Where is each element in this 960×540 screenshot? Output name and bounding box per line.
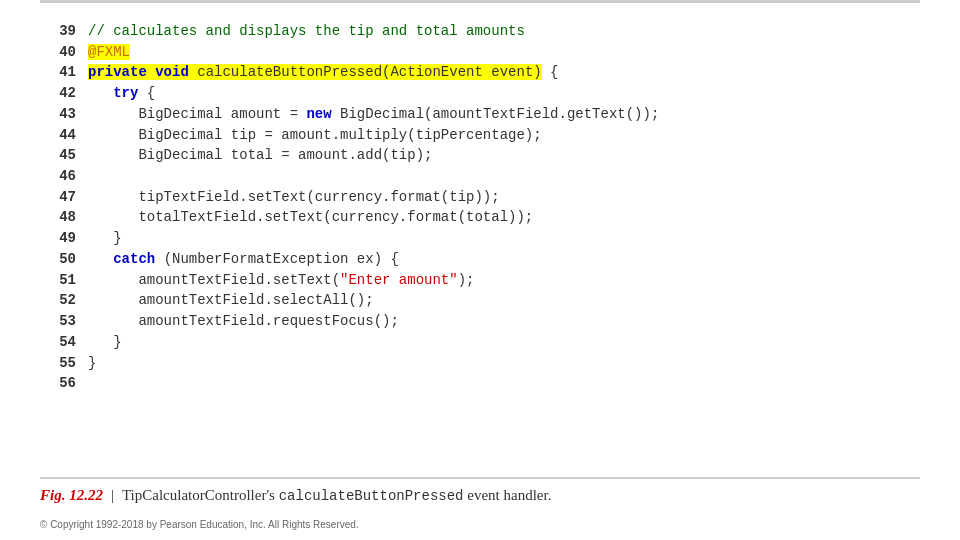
code-line-51: amountTextField.setText("Enter amount"); — [88, 270, 920, 291]
line-num-45: 45 — [40, 145, 76, 166]
code-line-40: @FXML — [88, 42, 920, 63]
line-num-42: 42 — [40, 83, 76, 104]
code-line-39: // calculates and displays the tip and t… — [88, 21, 920, 42]
line-num-56: 56 — [40, 373, 76, 394]
line-num-49: 49 — [40, 228, 76, 249]
code-line-56 — [88, 373, 920, 394]
line-num-50: 50 — [40, 249, 76, 270]
caption-after-text: event handler. — [464, 487, 552, 503]
fig-separator: | — [111, 487, 114, 504]
code-line-54: } — [88, 332, 920, 353]
code-line-55: } — [88, 353, 920, 374]
code-line-43: BigDecimal amount = new BigDecimal(amoun… — [88, 104, 920, 125]
line-numbers: 39 40 41 42 43 44 45 46 47 48 49 50 51 5… — [40, 21, 88, 467]
code-lines: // calculates and displays the tip and t… — [88, 21, 920, 467]
code-line-44: BigDecimal tip = amount.multiply(tipPerc… — [88, 125, 920, 146]
line-num-48: 48 — [40, 207, 76, 228]
line-num-55: 55 — [40, 353, 76, 374]
page: 39 40 41 42 43 44 45 46 47 48 49 50 51 5… — [0, 0, 960, 540]
line-num-52: 52 — [40, 290, 76, 311]
code-section: 39 40 41 42 43 44 45 46 47 48 49 50 51 5… — [0, 3, 960, 477]
copyright-text: © Copyright 1992-2018 by Pearson Educati… — [40, 519, 359, 530]
copyright-section: © Copyright 1992-2018 by Pearson Educati… — [0, 510, 960, 540]
caption-section: Fig. 12.22 | TipCalculatorController's c… — [0, 479, 960, 510]
code-line-47: tipTextField.setText(currency.format(tip… — [88, 187, 920, 208]
code-line-49: } — [88, 228, 920, 249]
line-num-51: 51 — [40, 270, 76, 291]
code-line-45: BigDecimal total = amount.add(tip); — [88, 145, 920, 166]
code-line-50: catch (NumberFormatException ex) { — [88, 249, 920, 270]
fig-label: Fig. 12.22 — [40, 487, 103, 504]
line-num-41: 41 — [40, 62, 76, 83]
line-num-44: 44 — [40, 125, 76, 146]
line-num-43: 43 — [40, 104, 76, 125]
code-line-48: totalTextField.setText(currency.format(t… — [88, 207, 920, 228]
line-num-40: 40 — [40, 42, 76, 63]
line-num-39: 39 — [40, 21, 76, 42]
caption-before-text: TipCalculatorController's — [122, 487, 279, 503]
caption-method-name: calculateButtonPressed — [279, 488, 464, 504]
caption-text-before: TipCalculatorController's calculateButto… — [122, 487, 551, 504]
line-num-47: 47 — [40, 187, 76, 208]
code-line-41: private void calculateButtonPressed(Acti… — [88, 62, 920, 83]
line-num-46: 46 — [40, 166, 76, 187]
line-num-53: 53 — [40, 311, 76, 332]
code-line-46 — [88, 166, 920, 187]
code-line-52: amountTextField.selectAll(); — [88, 290, 920, 311]
line-num-54: 54 — [40, 332, 76, 353]
code-line-53: amountTextField.requestFocus(); — [88, 311, 920, 332]
code-line-42: try { — [88, 83, 920, 104]
